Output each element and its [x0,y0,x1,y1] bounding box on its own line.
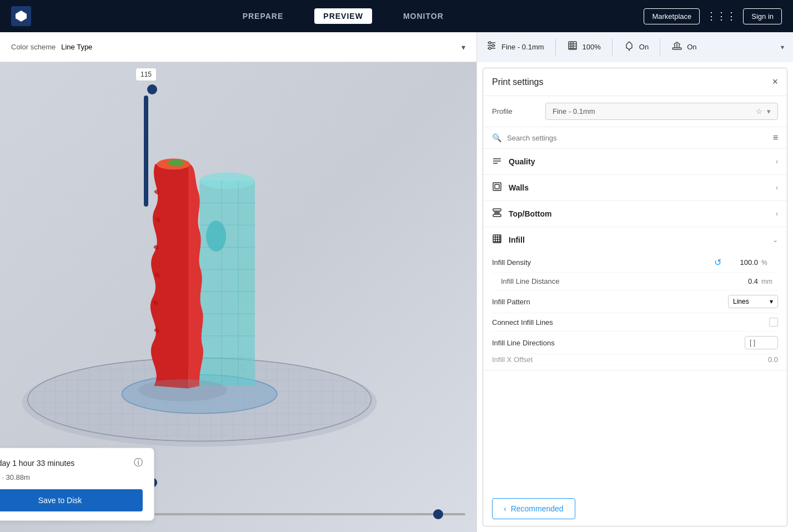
svg-rect-39 [493,183,501,190]
toolbar-row: Color scheme Line Type ▾ Fine - 0.1mm [0,32,793,62]
chevron-left-icon: ‹ [504,504,506,513]
svg-rect-42 [493,214,501,217]
settings-label: Fine - 0.1mm [501,43,544,51]
quality-section-header[interactable]: Quality ‹ [483,149,787,174]
logo [11,6,31,26]
infill-icon [567,40,578,54]
recommended-label: Recommended [511,504,564,513]
infill-density-reset[interactable]: ↺ [714,257,721,268]
infill-pattern-dropdown[interactable]: Lines ▾ [728,295,778,308]
menu-icon[interactable]: ≡ [773,133,778,143]
infill-line-distance-row: Infill Line Distance 0.4 mm [492,273,778,290]
infill-section-icon [492,234,502,246]
profile-dropdown[interactable]: Fine - 0.1mm ☆ ▾ [545,103,778,120]
playback-slider-thumb[interactable] [433,509,443,519]
topbottom-section-header[interactable]: Top/Bottom ‹ [483,201,787,227]
toolbar-expand-arrow[interactable]: ▾ [781,43,784,51]
topbottom-icon [492,208,502,220]
walls-icon [492,182,502,194]
infill-section-header[interactable]: Infill ⌄ [483,227,787,253]
walls-arrow: ‹ [776,184,778,192]
print-material-label: 92g · 30.88m [0,473,30,481]
infill-directions-label: Infill Line Directions [492,339,745,347]
profile-dropdown-arrow: ▾ [767,107,771,116]
topbottom-section: Top/Bottom ‹ [483,201,787,227]
infill-line-distance-label: Infill Line Distance [492,277,725,285]
infill-pattern-label: Infill Pattern [492,298,728,306]
infill-arrow: ⌄ [772,236,778,244]
marketplace-button[interactable]: Marketplace [644,8,700,24]
profile-label: Profile [492,107,536,116]
panel-title: Print settings [492,77,543,87]
quality-icon [492,155,502,168]
infill-pattern-arrow: ▾ [770,298,773,305]
infill-title: Infill [509,235,766,244]
support-label: On [639,43,649,51]
infill-directions-row: Infill Line Directions [ ] [492,332,778,354]
svg-point-5 [492,44,494,47]
svg-rect-41 [493,209,501,211]
grid-icon[interactable]: ⋮⋮⋮ [706,10,736,22]
print-time-row: 🕐 1 day 1 hour 33 minutes ⓘ [0,457,143,469]
right-toolbar: Fine - 0.1mm 100% On [476,32,793,62]
infill-section: Infill ⌄ Infill Density ↺ 100.0 % [483,227,787,370]
infill-label: 100% [583,43,601,51]
infill-x-offset-value: 0.0 [745,355,778,364]
settings-icon [486,40,497,54]
svg-point-34 [168,160,184,167]
support-toolbar-item[interactable]: On [624,40,649,54]
walls-section: Walls ‹ [483,175,787,201]
viewport: 115 ▶ 🕐 1 day 1 hour 33 minutes ⓘ ⊙ [0,62,476,532]
connect-infill-row: Connect Infill Lines [492,313,778,332]
info-icon[interactable]: ⓘ [134,457,143,469]
profile-row: Profile Fine - 0.1mm ☆ ▾ [483,96,787,127]
walls-section-header[interactable]: Walls ‹ [483,175,787,200]
connect-infill-checkbox[interactable] [769,318,778,327]
search-input[interactable] [507,134,767,142]
profile-value: Fine - 0.1mm [553,107,595,116]
infill-directions-value: [ ] [745,336,778,349]
topbottom-title: Top/Bottom [509,209,769,218]
infill-x-offset-row: Infill X Offset 0.0 [492,354,778,365]
layer-scroll-thumb[interactable] [144,96,148,207]
nav-preview[interactable]: PREVIEW [314,8,372,24]
infill-density-row: Infill Density ↺ 100.0 % [492,253,778,273]
walls-title: Walls [509,183,769,192]
infill-x-offset-label: Infill X Offset [492,355,745,364]
color-scheme-dropdown[interactable]: ▾ [461,43,465,52]
layer-number: 115 [135,68,157,81]
toolbar-divider-1 [555,39,556,56]
infill-density-unit: % [761,259,778,267]
support-icon [624,40,635,54]
infill-density-controls: ↺ 100.0 % [714,257,778,268]
svg-point-6 [489,47,491,49]
infill-toolbar-item[interactable]: 100% [567,40,601,54]
nav-links: PREPARE PREVIEW MONITOR [42,8,644,24]
search-icon: 🔍 [492,133,501,142]
adhesion-icon [671,40,682,54]
star-icon: ☆ [756,107,762,116]
svg-marker-0 [16,11,27,22]
recommended-button[interactable]: ‹ Recommended [492,498,575,519]
adhesion-toolbar-item[interactable]: On [671,40,696,54]
nav-right: Marketplace ⋮⋮⋮ Sign in [644,8,782,24]
main-area: 115 ▶ 🕐 1 day 1 hour 33 minutes ⓘ ⊙ [0,62,793,532]
connect-infill-label: Connect Infill Lines [492,318,769,327]
print-info-bar: 🕐 1 day 1 hour 33 minutes ⓘ ⊙ 92g · 30.8… [0,448,154,521]
infill-density-label: Infill Density [492,258,714,267]
panel-close-button[interactable]: × [772,76,778,88]
infill-pattern-row: Infill Pattern Lines ▾ [492,290,778,313]
infill-content: Infill Density ↺ 100.0 % Infill Line Dis… [483,253,787,370]
adhesion-label: On [687,43,696,51]
save-to-disk-button[interactable]: Save to Disk [0,489,143,511]
print-time: 🕐 1 day 1 hour 33 minutes [0,459,74,468]
profile-icons: ☆ ▾ [756,107,771,116]
nav-prepare[interactable]: PREPARE [234,8,293,24]
print-settings-panel: Print settings × Profile Fine - 0.1mm ☆ … [483,68,787,526]
color-scheme-value: Line Type [61,43,92,51]
quality-arrow: ‹ [776,158,778,165]
svg-point-21 [199,173,255,189]
nav-monitor[interactable]: MONITOR [394,8,453,24]
signin-button[interactable]: Sign in [743,8,782,24]
settings-toolbar-item[interactable]: Fine - 0.1mm [486,40,544,54]
